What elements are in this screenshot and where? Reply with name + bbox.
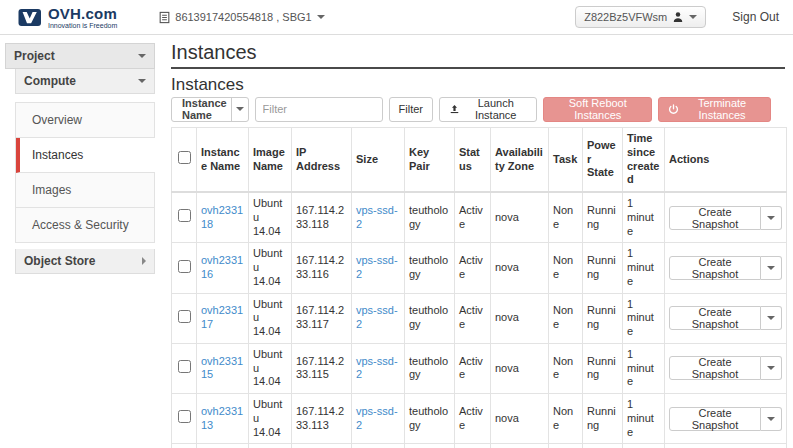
cell-power-state: Running	[583, 293, 623, 343]
ovh-logo-icon	[18, 8, 43, 27]
row-actions-dropdown-toggle[interactable]	[761, 206, 782, 230]
row-actions-dropdown-toggle[interactable]	[761, 256, 782, 280]
column-header: Availability Zone	[491, 128, 549, 193]
instance-name-link[interactable]: ovh233117	[201, 304, 243, 330]
cell-key-pair: teuthology	[405, 243, 455, 293]
filter-field-select[interactable]: Instance Name	[171, 97, 249, 122]
cell-task: None	[549, 394, 583, 444]
caret-down-icon	[767, 417, 775, 421]
column-header: Key Pair	[405, 128, 455, 193]
filter-field-value: Instance Name	[182, 97, 231, 121]
row-actions-dropdown-toggle[interactable]	[761, 407, 782, 431]
filter-input[interactable]	[255, 97, 383, 122]
cell-time: 1 minute	[623, 192, 665, 243]
caret-down-icon	[767, 366, 775, 370]
cell-key-pair: teuthology	[405, 394, 455, 444]
main-content: Instances Instances Instance Name Filter	[155, 35, 793, 448]
table-row: ovh233116Ubuntu 14.04167.114.233.116vps-…	[172, 243, 787, 293]
instances-table: Instance NameImage NameIP AddressSizeKey…	[171, 127, 787, 448]
create-snapshot-button[interactable]: Create Snapshot	[669, 256, 761, 280]
tenant-switcher[interactable]: 8613917420554818 , SBG1	[159, 11, 324, 24]
cell-key-pair: teuthology	[405, 444, 455, 448]
size-link[interactable]: vps-ssd-2	[356, 204, 398, 230]
row-actions: Create Snapshot	[669, 306, 782, 330]
cell-ip: 167.114.233.116	[292, 243, 352, 293]
launch-instance-button[interactable]: Launch Instance	[439, 97, 537, 122]
row-actions-dropdown-toggle[interactable]	[761, 306, 782, 330]
cell-time: 1 minute	[623, 243, 665, 293]
cell-task: None	[549, 343, 583, 393]
create-snapshot-button[interactable]: Create Snapshot	[669, 407, 761, 431]
caret-down-icon	[767, 216, 775, 220]
top-header: OVH.com Innovation is Freedom 8613917420…	[0, 0, 793, 35]
create-snapshot-button[interactable]: Create Snapshot	[669, 306, 761, 330]
ovh-logo[interactable]: OVH.com Innovation is Freedom	[18, 6, 117, 29]
panel-heading: Instances	[171, 76, 785, 94]
select-all-checkbox[interactable]	[178, 151, 191, 164]
column-header: Size	[352, 128, 405, 193]
instance-name-link[interactable]: ovh233115	[201, 355, 243, 381]
cell-time: 1 minute	[623, 394, 665, 444]
size-link[interactable]: vps-ssd-2	[356, 304, 398, 330]
sidebar-item-access-security[interactable]: Access & Security	[16, 208, 154, 243]
size-link[interactable]: vps-ssd-2	[356, 254, 398, 280]
filter-button-label: Filter	[399, 103, 423, 115]
row-actions: Create Snapshot	[669, 256, 782, 280]
user-icon	[672, 11, 684, 23]
sidebar-item-overview[interactable]: Overview	[16, 103, 154, 138]
size-link[interactable]: vps-ssd-2	[356, 405, 398, 431]
row-checkbox[interactable]	[178, 260, 191, 273]
table-row: ovh233112Ubuntu 14.04167.114.233.112vps-…	[172, 444, 787, 448]
row-actions: Create Snapshot	[669, 356, 782, 380]
sidebar-section-object-store[interactable]: Object Store	[15, 249, 155, 274]
cell-actions: Create Snapshot	[665, 343, 787, 393]
row-actions: Create Snapshot	[669, 407, 782, 431]
create-snapshot-button[interactable]: Create Snapshot	[669, 206, 761, 230]
instance-name-link[interactable]: ovh233116	[201, 254, 243, 280]
cell-status: Active	[455, 293, 491, 343]
cell-task: None	[549, 444, 583, 448]
row-checkbox[interactable]	[178, 360, 191, 373]
size-link[interactable]: vps-ssd-2	[356, 355, 398, 381]
instance-name-link[interactable]: ovh233118	[201, 204, 243, 230]
cell-time: 1 minute	[623, 444, 665, 448]
column-header: Actions	[665, 128, 787, 193]
caret-down-icon	[767, 266, 775, 270]
row-actions-dropdown-toggle[interactable]	[761, 356, 782, 380]
cell-task: None	[549, 192, 583, 243]
column-header: Power State	[583, 128, 623, 193]
user-menu-button[interactable]: Z822Bz5VFWsm	[575, 6, 706, 28]
create-snapshot-button[interactable]: Create Snapshot	[669, 356, 761, 380]
row-checkbox[interactable]	[178, 410, 191, 423]
sidebar-section-project[interactable]: Project	[5, 43, 155, 69]
sign-out-link[interactable]: Sign Out	[732, 10, 779, 24]
sidebar-section-compute[interactable]: Compute	[15, 69, 155, 94]
table-row: ovh233118Ubuntu 14.04167.114.233.118vps-…	[172, 192, 787, 243]
cell-image-name: Ubuntu 14.04	[249, 394, 292, 444]
cell-ip: 167.114.233.115	[292, 343, 352, 393]
terminate-instances-button[interactable]: Terminate Instances	[658, 97, 771, 122]
tenant-label: 8613917420554818 , SBG1	[175, 11, 311, 23]
cell-key-pair: teuthology	[405, 293, 455, 343]
row-checkbox[interactable]	[178, 310, 191, 323]
column-header: Instance Name	[197, 128, 249, 193]
cell-status: Active	[455, 394, 491, 444]
page-title: Instances	[171, 41, 785, 69]
instance-name-link[interactable]: ovh233113	[201, 405, 243, 431]
soft-reboot-instances-button[interactable]: Soft Reboot Instances	[543, 97, 652, 122]
filter-button[interactable]: Filter	[389, 97, 433, 122]
column-header: Image Name	[249, 128, 292, 193]
cell-size: vps-ssd-2	[352, 293, 405, 343]
column-header: Time since created	[623, 128, 665, 193]
cell-image-name: Ubuntu 14.04	[249, 343, 292, 393]
cell-task: None	[549, 243, 583, 293]
column-header: Status	[455, 128, 491, 193]
cell-image-name: Ubuntu 14.04	[249, 444, 292, 448]
cell-power-state: Running	[583, 343, 623, 393]
sidebar-item-images[interactable]: Images	[16, 173, 154, 208]
sidebar-item-instances[interactable]: Instances	[16, 138, 155, 173]
caret-down-icon	[767, 316, 775, 320]
caret-down-icon	[138, 79, 146, 83]
soft-reboot-label: Soft Reboot Instances	[553, 97, 642, 121]
row-checkbox[interactable]	[178, 209, 191, 222]
